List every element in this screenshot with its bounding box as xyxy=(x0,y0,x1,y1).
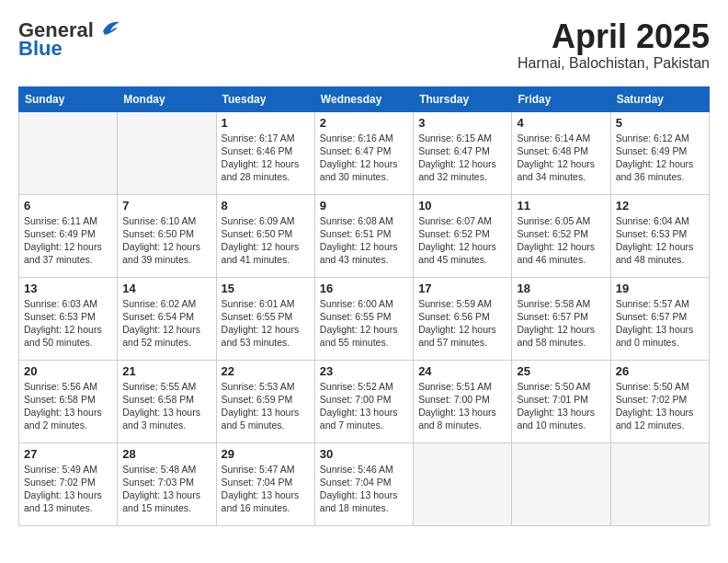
col-header-sunday: Sunday xyxy=(19,86,118,111)
calendar-cell: 6Sunrise: 6:11 AMSunset: 6:49 PMDaylight… xyxy=(19,194,118,277)
week-row-2: 6Sunrise: 6:11 AMSunset: 6:49 PMDaylight… xyxy=(19,194,710,277)
calendar-cell: 29Sunrise: 5:47 AMSunset: 7:04 PMDayligh… xyxy=(216,442,314,525)
calendar-cell: 28Sunrise: 5:48 AMSunset: 7:03 PMDayligh… xyxy=(118,442,216,525)
calendar-cell: 16Sunrise: 6:00 AMSunset: 6:55 PMDayligh… xyxy=(314,277,413,360)
calendar-cell: 9Sunrise: 6:08 AMSunset: 6:51 PMDaylight… xyxy=(314,194,413,277)
day-detail: Sunrise: 6:10 AMSunset: 6:50 PMDaylight:… xyxy=(122,214,210,267)
calendar-cell xyxy=(414,442,512,525)
day-number: 20 xyxy=(24,364,112,378)
day-number: 28 xyxy=(122,447,210,461)
logo-blue: Blue xyxy=(18,37,63,61)
week-row-4: 20Sunrise: 5:56 AMSunset: 6:58 PMDayligh… xyxy=(19,360,710,442)
day-detail: Sunrise: 6:15 AMSunset: 6:47 PMDaylight:… xyxy=(418,132,506,184)
day-detail: Sunrise: 5:47 AMSunset: 7:04 PMDaylight:… xyxy=(222,463,310,515)
day-number: 5 xyxy=(616,116,704,130)
day-number: 7 xyxy=(122,199,210,213)
day-detail: Sunrise: 6:02 AMSunset: 6:54 PMDaylight:… xyxy=(122,297,210,350)
col-header-monday: Monday xyxy=(118,86,216,111)
day-detail: Sunrise: 6:05 AMSunset: 6:52 PMDaylight:… xyxy=(517,214,605,267)
calendar-cell: 14Sunrise: 6:02 AMSunset: 6:54 PMDayligh… xyxy=(118,277,216,360)
day-detail: Sunrise: 6:11 AMSunset: 6:49 PMDaylight:… xyxy=(24,214,112,267)
day-detail: Sunrise: 6:09 AMSunset: 6:50 PMDaylight:… xyxy=(222,214,310,267)
day-number: 27 xyxy=(24,447,112,461)
calendar-cell: 11Sunrise: 6:05 AMSunset: 6:52 PMDayligh… xyxy=(512,194,610,277)
week-row-5: 27Sunrise: 5:49 AMSunset: 7:02 PMDayligh… xyxy=(19,442,710,525)
day-detail: Sunrise: 5:49 AMSunset: 7:02 PMDaylight:… xyxy=(24,463,112,515)
calendar-cell: 15Sunrise: 6:01 AMSunset: 6:55 PMDayligh… xyxy=(216,277,314,360)
day-detail: Sunrise: 6:08 AMSunset: 6:51 PMDaylight:… xyxy=(320,214,408,267)
calendar-table: SundayMondayTuesdayWednesdayThursdayFrid… xyxy=(18,86,710,526)
day-number: 21 xyxy=(122,364,210,378)
day-number: 22 xyxy=(222,364,310,378)
calendar-cell: 17Sunrise: 5:59 AMSunset: 6:56 PMDayligh… xyxy=(414,277,512,360)
day-number: 13 xyxy=(24,282,112,295)
day-detail: Sunrise: 5:56 AMSunset: 6:58 PMDaylight:… xyxy=(24,380,112,432)
calendar-cell xyxy=(19,111,118,194)
day-number: 30 xyxy=(320,447,408,461)
day-detail: Sunrise: 6:14 AMSunset: 6:48 PMDaylight:… xyxy=(517,132,605,184)
calendar-cell: 24Sunrise: 5:51 AMSunset: 7:00 PMDayligh… xyxy=(414,360,512,442)
week-row-1: 1Sunrise: 6:17 AMSunset: 6:46 PMDaylight… xyxy=(19,111,710,194)
day-number: 24 xyxy=(418,364,506,378)
page-header: General Blue April 2025 Harnai, Balochis… xyxy=(18,18,710,72)
day-detail: Sunrise: 5:57 AMSunset: 6:57 PMDaylight:… xyxy=(616,297,704,350)
day-detail: Sunrise: 5:50 AMSunset: 7:01 PMDaylight:… xyxy=(517,380,605,432)
logo: General Blue xyxy=(18,18,121,61)
calendar-cell: 23Sunrise: 5:52 AMSunset: 7:00 PMDayligh… xyxy=(314,360,413,442)
day-detail: Sunrise: 6:12 AMSunset: 6:49 PMDaylight:… xyxy=(616,132,704,184)
day-detail: Sunrise: 5:46 AMSunset: 7:04 PMDaylight:… xyxy=(320,463,408,515)
col-header-thursday: Thursday xyxy=(414,86,512,111)
day-detail: Sunrise: 5:51 AMSunset: 7:00 PMDaylight:… xyxy=(418,380,506,432)
col-header-friday: Friday xyxy=(512,86,610,111)
day-number: 6 xyxy=(24,199,112,213)
location: Harnai, Balochistan, Pakistan xyxy=(518,55,710,72)
calendar-cell: 13Sunrise: 6:03 AMSunset: 6:53 PMDayligh… xyxy=(19,277,118,360)
col-header-tuesday: Tuesday xyxy=(216,86,314,111)
day-number: 25 xyxy=(517,364,605,378)
calendar-cell: 5Sunrise: 6:12 AMSunset: 6:49 PMDaylight… xyxy=(610,111,709,194)
calendar-cell xyxy=(610,442,709,525)
day-number: 19 xyxy=(616,282,704,295)
calendar-cell: 4Sunrise: 6:14 AMSunset: 6:48 PMDaylight… xyxy=(512,111,610,194)
day-detail: Sunrise: 5:53 AMSunset: 6:59 PMDaylight:… xyxy=(222,380,310,432)
day-number: 9 xyxy=(320,199,408,213)
calendar-cell xyxy=(512,442,610,525)
calendar-cell: 12Sunrise: 6:04 AMSunset: 6:53 PMDayligh… xyxy=(610,194,709,277)
day-detail: Sunrise: 5:48 AMSunset: 7:03 PMDaylight:… xyxy=(122,463,210,515)
day-number: 12 xyxy=(616,199,704,213)
week-row-3: 13Sunrise: 6:03 AMSunset: 6:53 PMDayligh… xyxy=(19,277,710,360)
logo-bird-icon xyxy=(96,18,121,39)
day-number: 16 xyxy=(320,282,408,295)
calendar-cell: 1Sunrise: 6:17 AMSunset: 6:46 PMDaylight… xyxy=(216,111,314,194)
day-detail: Sunrise: 6:01 AMSunset: 6:55 PMDaylight:… xyxy=(222,297,310,350)
day-detail: Sunrise: 6:16 AMSunset: 6:47 PMDaylight:… xyxy=(320,132,408,184)
calendar-cell: 30Sunrise: 5:46 AMSunset: 7:04 PMDayligh… xyxy=(314,442,413,525)
day-number: 14 xyxy=(122,282,210,295)
day-number: 17 xyxy=(418,282,506,295)
day-number: 15 xyxy=(222,282,310,295)
day-detail: Sunrise: 6:04 AMSunset: 6:53 PMDaylight:… xyxy=(616,214,704,267)
day-number: 2 xyxy=(320,116,408,130)
calendar-cell: 10Sunrise: 6:07 AMSunset: 6:52 PMDayligh… xyxy=(414,194,512,277)
calendar-cell: 26Sunrise: 5:50 AMSunset: 7:02 PMDayligh… xyxy=(610,360,709,442)
calendar-cell: 20Sunrise: 5:56 AMSunset: 6:58 PMDayligh… xyxy=(19,360,118,442)
calendar-cell: 8Sunrise: 6:09 AMSunset: 6:50 PMDaylight… xyxy=(216,194,314,277)
day-number: 11 xyxy=(517,199,605,213)
day-number: 23 xyxy=(320,364,408,378)
calendar-cell: 27Sunrise: 5:49 AMSunset: 7:02 PMDayligh… xyxy=(19,442,118,525)
day-detail: Sunrise: 6:00 AMSunset: 6:55 PMDaylight:… xyxy=(320,297,408,350)
day-detail: Sunrise: 6:17 AMSunset: 6:46 PMDaylight:… xyxy=(222,132,310,184)
title-block: April 2025 Harnai, Balochistan, Pakistan xyxy=(518,18,710,72)
calendar-cell: 22Sunrise: 5:53 AMSunset: 6:59 PMDayligh… xyxy=(216,360,314,442)
col-header-saturday: Saturday xyxy=(610,86,709,111)
day-number: 10 xyxy=(418,199,506,213)
day-detail: Sunrise: 5:55 AMSunset: 6:58 PMDaylight:… xyxy=(122,380,210,432)
day-detail: Sunrise: 6:07 AMSunset: 6:52 PMDaylight:… xyxy=(418,214,506,267)
calendar-cell: 7Sunrise: 6:10 AMSunset: 6:50 PMDaylight… xyxy=(118,194,216,277)
calendar-cell: 25Sunrise: 5:50 AMSunset: 7:01 PMDayligh… xyxy=(512,360,610,442)
day-number: 18 xyxy=(517,282,605,295)
calendar-cell xyxy=(118,111,216,194)
day-detail: Sunrise: 6:03 AMSunset: 6:53 PMDaylight:… xyxy=(24,297,112,350)
day-number: 4 xyxy=(517,116,605,130)
calendar-header-row: SundayMondayTuesdayWednesdayThursdayFrid… xyxy=(19,86,710,111)
